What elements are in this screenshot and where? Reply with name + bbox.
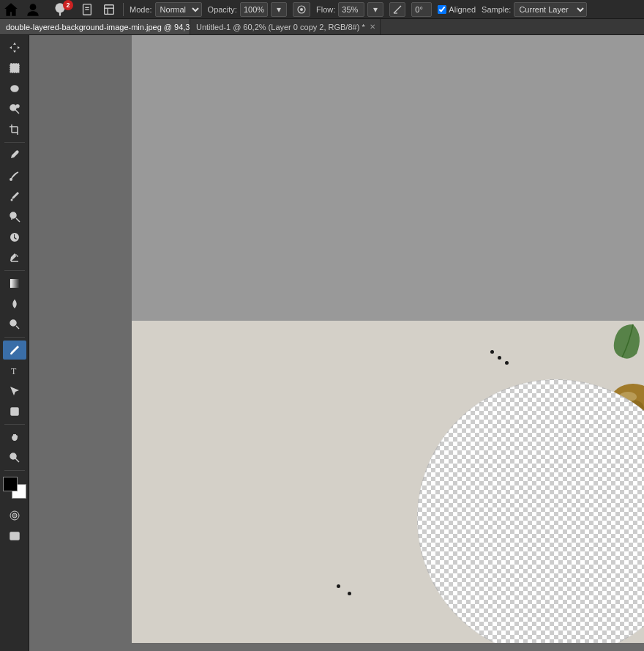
menu-bar: 2 Mode: Normal Multiply Screen Opacity: …: [0, 0, 644, 19]
svg-point-21: [10, 199, 12, 201]
svg-line-31: [15, 458, 19, 462]
user-icon[interactable]: [25, 1, 41, 18]
foreground-color[interactable]: [3, 477, 18, 491]
tool-divider-1: [4, 142, 25, 143]
svg-point-12: [11, 86, 18, 92]
hand-tool[interactable]: [3, 428, 26, 447]
airbrush-icon[interactable]: [293, 2, 310, 17]
marquee-tool[interactable]: [3, 59, 26, 78]
svg-point-27: [10, 353, 12, 354]
lasso-tool[interactable]: [3, 79, 26, 98]
mode-group: Mode: Normal Multiply Screen: [130, 2, 202, 17]
sample-group: Sample: Current Layer All Layers: [482, 2, 587, 17]
document-icon[interactable]: [79, 1, 95, 18]
seed-3: [337, 584, 340, 588]
brush-tool[interactable]: [3, 187, 26, 206]
shape-tool[interactable]: [3, 402, 26, 421]
tab-1[interactable]: double-layered-background-image-min.jpeg…: [0, 19, 190, 34]
flow-label: Flow:: [316, 5, 335, 14]
mode-select[interactable]: Normal Multiply Screen: [155, 2, 202, 17]
opacity-group: Opacity: 100% ▾: [208, 2, 288, 17]
seed-1: [490, 350, 494, 354]
tab-2[interactable]: Untitled-1 @ 60,2% (Layer 0 copy 2, RGB/…: [190, 19, 381, 34]
angle-icon[interactable]: [389, 2, 405, 17]
eyedropper-tool[interactable]: [3, 146, 26, 165]
tool-divider-3: [4, 337, 25, 338]
svg-point-25: [10, 320, 16, 326]
spot-healing-tool[interactable]: [3, 166, 26, 185]
aligned-label: Aligned: [449, 5, 476, 14]
svg-rect-11: [10, 64, 19, 72]
quick-mask-btn[interactable]: [3, 506, 26, 525]
svg-rect-29: [11, 408, 18, 415]
history-brush-tool[interactable]: [3, 228, 26, 247]
color-swatches: [3, 477, 26, 499]
tool-divider-4: [4, 424, 25, 425]
svg-rect-24: [10, 279, 19, 288]
home-icon[interactable]: [3, 1, 19, 18]
screen-mode-btn[interactable]: [3, 527, 26, 546]
sample-select[interactable]: Current Layer All Layers: [514, 2, 587, 17]
tool-divider-5: [4, 470, 25, 471]
flow-group: Flow: 35% ▾: [316, 2, 383, 17]
canvas-area[interactable]: [29, 35, 644, 651]
layer-icon[interactable]: [101, 1, 117, 18]
seed-4: [348, 592, 351, 595]
aligned-checkbox[interactable]: [438, 5, 446, 14]
quick-selection-tool[interactable]: [3, 100, 26, 119]
flow-value[interactable]: 35%: [338, 2, 364, 17]
clone-stamp-tool[interactable]: [3, 207, 26, 226]
brush-badge: 2: [63, 0, 73, 10]
tabs-bar: double-layered-background-image-min.jpeg…: [0, 19, 644, 35]
opacity-value[interactable]: 100%: [240, 2, 268, 17]
eraser-tool[interactable]: [3, 248, 26, 267]
seed-5: [505, 361, 509, 365]
svg-line-14: [15, 110, 19, 114]
gradient-tool[interactable]: [3, 274, 26, 293]
svg-point-15: [16, 105, 19, 108]
sample-label: Sample:: [482, 5, 511, 14]
svg-rect-6: [105, 4, 114, 14]
tab-1-label: double-layered-background-image-min.jpeg…: [6, 23, 190, 31]
svg-line-26: [16, 326, 19, 329]
main-area: T: [0, 35, 644, 651]
svg-point-20: [10, 178, 12, 181]
aligned-group: Aligned: [438, 5, 476, 14]
blur-tool[interactable]: [3, 294, 26, 313]
svg-point-10: [300, 8, 303, 11]
opacity-label: Opacity:: [208, 5, 237, 14]
left-toolbar: T: [0, 35, 29, 651]
opacity-dropdown[interactable]: ▾: [271, 2, 287, 17]
svg-rect-36: [10, 532, 19, 540]
crop-tool[interactable]: [3, 120, 26, 139]
svg-point-0: [30, 4, 37, 10]
dodge-tool[interactable]: [3, 315, 26, 334]
photo-canvas: [132, 321, 644, 643]
tab-2-close[interactable]: ✕: [368, 23, 377, 31]
angle-value[interactable]: 0°: [411, 2, 432, 17]
tab-2-label: Untitled-1 @ 60,2% (Layer 0 copy 2, RGB/…: [196, 23, 365, 31]
svg-point-22: [10, 212, 16, 218]
svg-point-35: [12, 513, 17, 518]
tool-divider-2: [4, 270, 25, 271]
svg-point-13: [10, 105, 16, 111]
move-tool[interactable]: [3, 38, 26, 57]
brush-tool-icon[interactable]: 2: [47, 1, 73, 18]
transparent-circle: [417, 379, 644, 643]
mode-label: Mode:: [130, 5, 152, 14]
canvas-document: [132, 35, 644, 540]
svg-text:T: T: [11, 366, 17, 376]
svg-rect-2: [59, 12, 61, 15]
flow-dropdown[interactable]: ▾: [367, 2, 383, 17]
seed-2: [498, 356, 501, 360]
pen-tool[interactable]: [3, 341, 26, 360]
type-tool[interactable]: T: [3, 361, 26, 380]
separator: [123, 3, 124, 16]
zoom-tool[interactable]: [3, 448, 26, 467]
path-selection-tool[interactable]: [3, 382, 26, 401]
